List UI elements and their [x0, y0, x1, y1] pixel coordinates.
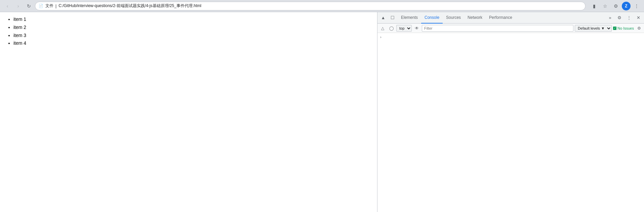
refresh-button[interactable]: ↻: [24, 1, 34, 11]
list-item: item 4: [13, 39, 370, 47]
filter-input[interactable]: [422, 25, 573, 32]
close-devtools-button[interactable]: ✕: [634, 13, 643, 22]
file-icon: 📄: [39, 4, 43, 8]
address-separator: |: [55, 4, 56, 8]
devtools-settings-button[interactable]: ⚙: [615, 13, 624, 22]
no-issues-checkbox-icon: ✓: [613, 27, 616, 30]
preserve-log-button[interactable]: ◯: [388, 25, 395, 32]
eye-button[interactable]: 👁: [413, 25, 420, 32]
cast-button[interactable]: ▮: [590, 1, 599, 11]
devtools-toolbar-right: » ⚙ ⋮ ✕: [606, 13, 643, 22]
tab-sources[interactable]: Sources: [443, 12, 464, 24]
log-levels-select[interactable]: Default levels ▼: [575, 25, 612, 32]
address-url: C:/GitHub/interview-questions/2-前端面试题实践/…: [58, 3, 201, 9]
devtools-tabs: Elements Console Sources Network Perform…: [398, 12, 605, 24]
context-select[interactable]: top: [396, 25, 412, 32]
browser-window: ‹ › ↻ 📄 文件 | C:/GitHub/interview-questio…: [0, 0, 644, 212]
list-item: item 3: [13, 32, 370, 40]
tab-performance[interactable]: Performance: [486, 12, 516, 24]
devtools-inspect-button[interactable]: ▲: [379, 13, 388, 22]
devtools-panel: ▲ ☐ Elements Console Sources Network Per…: [377, 12, 644, 212]
clear-console-button[interactable]: △: [379, 25, 386, 32]
console-prompt-row: ›: [377, 34, 644, 40]
tab-elements[interactable]: Elements: [398, 12, 421, 24]
extensions-button[interactable]: ⚙: [611, 1, 620, 11]
item-list: item 1 item 2 item 3 item 4: [7, 15, 370, 47]
tab-network[interactable]: Network: [464, 12, 486, 24]
console-chevron-icon: ›: [380, 35, 381, 39]
more-tabs-button[interactable]: »: [606, 13, 614, 22]
no-issues-label: No Issues: [617, 26, 634, 30]
bookmark-button[interactable]: ☆: [600, 1, 610, 11]
no-issues-badge: ✓ No Issues: [613, 26, 634, 30]
console-body[interactable]: ›: [377, 33, 644, 212]
devtools-tabs-toolbar: ▲ ☐ Elements Console Sources Network Per…: [377, 12, 644, 24]
console-settings-button[interactable]: ⚙: [635, 25, 643, 32]
topbar-right: ▮ ☆ ⚙ Z ⋮: [590, 1, 641, 11]
menu-button[interactable]: ⋮: [632, 1, 641, 11]
browser-content: item 1 item 2 item 3 item 4 ▲ ☐ Elements…: [0, 12, 644, 212]
forward-button[interactable]: ›: [13, 1, 23, 11]
back-button[interactable]: ‹: [3, 1, 12, 11]
list-item: item 2: [13, 24, 370, 32]
webpage-area: item 1 item 2 item 3 item 4: [0, 12, 377, 212]
tab-console[interactable]: Console: [421, 12, 443, 24]
address-label: 文件: [45, 3, 53, 9]
console-toolbar: △ ◯ top 👁 Default levels ▼ ✓ No Issues ⚙: [377, 24, 644, 33]
list-item: item 1: [13, 15, 370, 24]
address-bar[interactable]: 📄 文件 | C:/GitHub/interview-questions/2-前…: [35, 2, 586, 10]
avatar-button[interactable]: Z: [622, 2, 631, 10]
more-options-button[interactable]: ⋮: [625, 13, 633, 22]
devtools-device-button[interactable]: ☐: [388, 13, 397, 22]
browser-topbar: ‹ › ↻ 📄 文件 | C:/GitHub/interview-questio…: [0, 0, 644, 12]
